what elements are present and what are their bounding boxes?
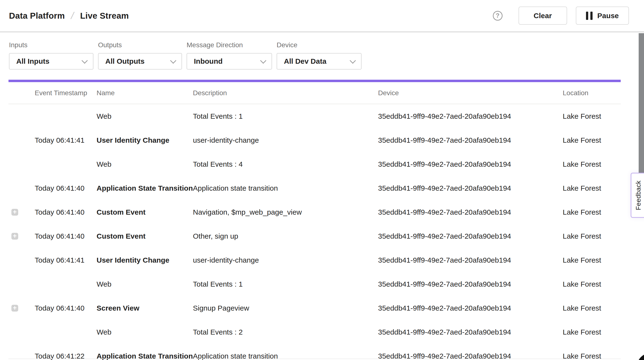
chat-bubble-button[interactable] — [637, 353, 644, 360]
chevron-down-icon — [82, 57, 88, 63]
cell-name: Web — [96, 328, 193, 336]
cell-location: Lake Forest — [563, 304, 621, 312]
chevron-down-icon — [260, 57, 266, 63]
col-event-timestamp: Event Timestamp — [35, 89, 96, 97]
col-description: Description — [193, 89, 378, 97]
expand-row-icon[interactable]: + — [12, 233, 18, 240]
feedback-tab-label: Feedback — [635, 180, 642, 210]
cell-device: 35eddb41-9ff9-49e2-7aed-20afa90eb194 — [378, 136, 563, 144]
chevron-down-icon — [170, 57, 176, 63]
device-dropdown[interactable]: All Dev Data — [276, 53, 362, 70]
live-stream-page: Data Platform / Live Stream ? Clear Paus… — [0, 0, 644, 360]
header-actions: ? Clear Pause — [493, 6, 629, 25]
cell-device: 35eddb41-9ff9-49e2-7aed-20afa90eb194 — [378, 328, 563, 336]
cell-description: Total Events : 2 — [193, 328, 378, 336]
cell-location: Lake Forest — [563, 184, 621, 192]
outputs-dropdown-value: All Outputs — [105, 57, 144, 65]
cell-name: Screen View — [96, 304, 193, 312]
col-location: Location — [563, 89, 621, 97]
filter-inputs-label: Inputs — [9, 41, 94, 49]
pause-button[interactable]: Pause — [576, 6, 629, 25]
table-header-row: Event Timestamp Name Description Device … — [8, 82, 621, 104]
table-row[interactable]: + Web Total Events : 4 35eddb41-9ff9-49e… — [8, 152, 621, 176]
table-row[interactable]: + Web Total Events : 1 35eddb41-9ff9-49e… — [8, 104, 621, 128]
cell-name: Web — [96, 112, 193, 120]
cell-description: Signup Pageview — [193, 304, 378, 312]
cell-description: user-identity-change — [193, 136, 378, 144]
direction-dropdown-value: Inbound — [194, 57, 222, 65]
direction-dropdown[interactable]: Inbound — [186, 53, 272, 70]
cell-description: Navigation, $mp_web_page_view — [193, 208, 378, 216]
help-icon[interactable]: ? — [493, 11, 502, 20]
table-row[interactable]: + Today 06:41:41 User Identity Change us… — [8, 128, 621, 152]
outputs-dropdown[interactable]: All Outputs — [98, 53, 182, 70]
expand-row-icon[interactable]: + — [12, 305, 18, 312]
filter-outputs: Outputs All Outputs — [98, 41, 182, 70]
cell-name: User Identity Change — [96, 136, 193, 144]
cell-timestamp: Today 06:41:40 — [35, 184, 96, 192]
table-row[interactable]: + Today 06:41:41 User Identity Change us… — [8, 248, 621, 272]
feedback-tab[interactable]: Feedback — [631, 173, 644, 218]
cell-device: 35eddb41-9ff9-49e2-7aed-20afa90eb194 — [378, 304, 563, 312]
cell-device: 35eddb41-9ff9-49e2-7aed-20afa90eb194 — [378, 208, 563, 216]
filter-direction-label: Message Direction — [186, 41, 272, 49]
cell-location: Lake Forest — [563, 256, 621, 264]
cell-device: 35eddb41-9ff9-49e2-7aed-20afa90eb194 — [378, 256, 563, 264]
pause-button-label: Pause — [598, 12, 619, 20]
page-title: Live Stream — [80, 11, 129, 20]
chevron-down-icon — [350, 57, 356, 63]
table-row[interactable]: + Today 06:41:40 Application State Trans… — [8, 176, 621, 200]
inputs-dropdown[interactable]: All Inputs — [9, 53, 94, 70]
breadcrumb: Data Platform / Live Stream — [9, 10, 129, 21]
cell-name: Custom Event — [96, 208, 193, 216]
cell-timestamp: Today 06:41:41 — [35, 136, 96, 144]
table-row[interactable]: + Web Total Events : 2 35eddb41-9ff9-49e… — [8, 320, 621, 344]
cell-device: 35eddb41-9ff9-49e2-7aed-20afa90eb194 — [378, 232, 563, 240]
table-body: + Web Total Events : 1 35eddb41-9ff9-49e… — [8, 104, 621, 360]
col-name: Name — [96, 89, 193, 97]
breadcrumb-section[interactable]: Data Platform — [9, 11, 65, 20]
cell-location: Lake Forest — [563, 280, 621, 288]
accent-divider — [8, 80, 621, 82]
cell-timestamp: Today 06:41:40 — [35, 208, 96, 216]
cell-device: 35eddb41-9ff9-49e2-7aed-20afa90eb194 — [378, 184, 563, 192]
table-row[interactable]: + Web Total Events : 1 35eddb41-9ff9-49e… — [8, 272, 621, 296]
filter-direction: Message Direction Inbound — [186, 41, 272, 70]
table-row[interactable]: + Today 06:41:40 Custom Event Other, sig… — [8, 224, 621, 248]
cell-location: Lake Forest — [563, 232, 621, 240]
table-row[interactable]: + Today 06:41:40 Screen View Signup Page… — [8, 296, 621, 320]
cell-name: Custom Event — [96, 232, 193, 240]
bottom-row-divider — [8, 359, 621, 359]
clear-button[interactable]: Clear — [518, 6, 567, 25]
table-row[interactable]: + Today 06:41:40 Custom Event Navigation… — [8, 200, 621, 224]
cell-description: Other, sign up — [193, 232, 378, 240]
filter-outputs-label: Outputs — [98, 41, 182, 49]
cell-location: Lake Forest — [563, 328, 621, 336]
events-table: Event Timestamp Name Description Device … — [8, 82, 621, 360]
cell-name: Web — [96, 160, 193, 168]
table-row[interactable]: + Today 06:41:22 Application State Trans… — [8, 344, 621, 360]
filter-inputs: Inputs All Inputs — [9, 41, 94, 70]
clear-button-label: Clear — [534, 12, 552, 20]
pause-icon — [586, 12, 592, 20]
expand-row-icon[interactable]: + — [12, 209, 18, 216]
cell-name: Application State Transition — [96, 184, 193, 192]
col-device: Device — [378, 89, 563, 97]
cell-timestamp: Today 06:41:40 — [35, 304, 96, 312]
filter-device-label: Device — [276, 41, 362, 49]
cell-name: User Identity Change — [96, 256, 193, 264]
cell-device: 35eddb41-9ff9-49e2-7aed-20afa90eb194 — [378, 112, 563, 120]
cell-location: Lake Forest — [563, 112, 621, 120]
vertical-scrollbar[interactable] — [639, 33, 644, 183]
cell-description: Total Events : 1 — [193, 280, 378, 288]
cell-device: 35eddb41-9ff9-49e2-7aed-20afa90eb194 — [378, 280, 563, 288]
device-dropdown-value: All Dev Data — [284, 57, 326, 65]
breadcrumb-separator: / — [70, 10, 75, 21]
filter-bar: Inputs All Inputs Outputs All Outputs Me… — [9, 41, 362, 70]
cell-description: Application state transition — [193, 184, 378, 192]
inputs-dropdown-value: All Inputs — [16, 57, 50, 65]
cell-device: 35eddb41-9ff9-49e2-7aed-20afa90eb194 — [378, 160, 563, 168]
cell-location: Lake Forest — [563, 160, 621, 168]
cell-location: Lake Forest — [563, 208, 621, 216]
cell-name: Web — [96, 280, 193, 288]
